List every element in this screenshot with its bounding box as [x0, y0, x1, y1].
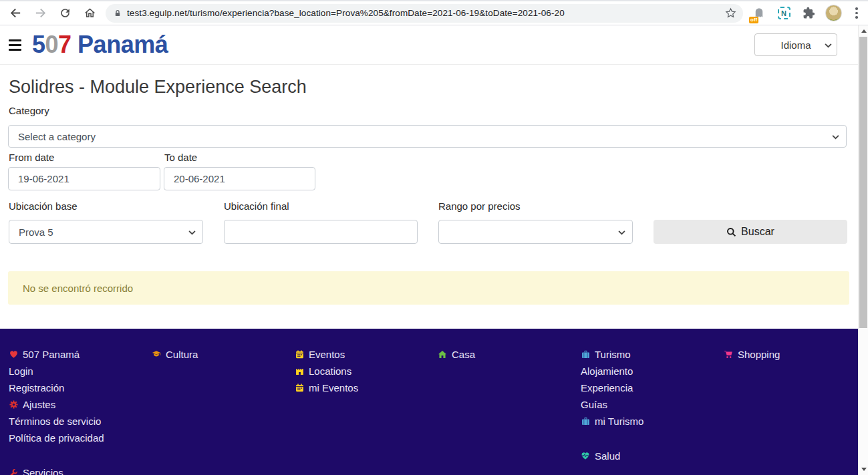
footer-link-locations[interactable]: Locations — [295, 363, 438, 379]
footer-link-label: Cultura — [166, 349, 198, 360]
site-header: 507 Panamá Idioma — [0, 25, 858, 65]
final-location-label: Ubicación final — [224, 200, 289, 212]
home-icon — [438, 350, 447, 359]
footer-link-label: Eventos — [309, 349, 345, 360]
footer-link-politica-de-privacidad[interactable]: Política de privacidad — [9, 430, 152, 446]
footer-column-3: EventosLocationsmi Eventos — [295, 346, 438, 475]
logo-name: Panamá — [78, 31, 168, 58]
search-icon — [726, 227, 736, 237]
footer-link-turismo[interactable]: Turismo — [581, 346, 724, 363]
to-date-value: 20-06-2021 — [174, 173, 225, 184]
adblock-extension-icon[interactable]: off — [751, 5, 767, 21]
footer-link-label: Shopping — [738, 349, 780, 360]
bookmark-star-icon[interactable] — [725, 7, 736, 19]
suitcase-icon — [581, 417, 590, 426]
notes-extension-icon[interactable]: N — [776, 5, 792, 21]
browser-menu-button[interactable] — [851, 7, 863, 19]
from-date-value: 19-06-2021 — [18, 173, 69, 184]
footer-link-label: Experiencia — [581, 382, 633, 393]
footer-link-label: Servicios — [23, 467, 63, 475]
footer-link-cultura[interactable]: Cultura — [152, 346, 295, 363]
footer-link-label: Login — [9, 365, 33, 377]
browser-toolbar: test3.egulp.net/turismo/experiencia?base… — [0, 0, 868, 25]
search-button[interactable]: Buscar — [654, 220, 847, 244]
footer-link-shopping[interactable]: Shopping — [724, 346, 858, 363]
gear-icon — [9, 400, 18, 409]
menu-toggle-button[interactable] — [9, 39, 21, 51]
scrollbar-down-arrow[interactable] — [859, 464, 868, 474]
footer-link-label: Locations — [309, 365, 351, 377]
to-date-input[interactable]: 20-06-2021 — [164, 167, 315, 190]
url-text: test3.egulp.net/turismo/experiencia?base… — [127, 8, 720, 18]
cart-icon — [724, 350, 733, 359]
price-range-label: Rango por precios — [438, 200, 521, 212]
language-select[interactable]: Idioma — [754, 33, 837, 56]
profile-avatar[interactable] — [825, 5, 842, 21]
category-label: Category — [9, 105, 49, 116]
site-logo[interactable]: 507 Panamá — [32, 33, 168, 57]
base-location-label: Ubicación base — [9, 200, 78, 212]
chevron-down-icon — [825, 43, 832, 48]
back-button[interactable] — [7, 5, 24, 22]
suitcase-icon — [581, 350, 590, 359]
footer-link-label: Política de privacidad — [9, 432, 104, 444]
chevron-down-icon — [618, 230, 625, 235]
category-select-value: Select a category — [18, 131, 96, 142]
footer-link-alojamiento[interactable]: Alojamiento — [581, 363, 724, 379]
footer-link-label: Alojamiento — [581, 365, 633, 377]
footer-link-label: Ajustes — [23, 399, 55, 410]
forward-button[interactable] — [31, 5, 49, 22]
scrollbar-thumb[interactable] — [859, 37, 867, 328]
footer-link-eventos[interactable]: Eventos — [295, 346, 438, 363]
chevron-down-icon — [188, 230, 196, 235]
chevron-down-icon — [832, 134, 839, 140]
price-range-select[interactable] — [438, 220, 633, 244]
extensions-area: off N — [751, 5, 863, 21]
scrollbar-up-arrow[interactable] — [859, 26, 868, 36]
footer-link-label: mi Turismo — [595, 416, 643, 427]
footer-column-5: TurismoAlojamientoExperienciaGuíasmi Tur… — [581, 346, 724, 475]
base-location-select[interactable]: Prova 5 — [9, 220, 203, 244]
footer-link-terminos-de-servicio[interactable]: Términos de servicio — [9, 413, 152, 430]
adblock-off-badge: off — [749, 17, 758, 23]
footer-column-1: 507 PanamáLoginRegistraciónAjustesTérmin… — [9, 346, 152, 475]
footer-link-ajustes[interactable]: Ajustes — [9, 396, 152, 413]
language-select-value: Idioma — [780, 39, 811, 51]
footer-link-mi-eventos[interactable]: mi Eventos — [295, 379, 438, 396]
from-date-input[interactable]: 19-06-2021 — [8, 167, 160, 190]
footer-link-label: 507 Panamá — [23, 349, 80, 360]
page-title: Solidres - Module Experience Search — [9, 77, 307, 98]
footer-link-label: Casa — [452, 349, 475, 360]
footer-link-servicios[interactable]: Servicios — [9, 464, 152, 475]
home-button[interactable] — [81, 5, 98, 22]
no-results-alert: No se encontró recorrido — [8, 271, 849, 305]
footer-link-salud[interactable]: Salud — [581, 448, 724, 464]
address-bar[interactable]: test3.egulp.net/turismo/experiencia?base… — [106, 4, 743, 23]
footer-link-507-panama[interactable]: 507 Panamá — [9, 346, 152, 363]
footer-column-4: Casa — [438, 346, 581, 475]
extensions-puzzle-icon[interactable] — [801, 5, 817, 21]
calendar-icon — [295, 350, 304, 359]
tools-icon — [9, 468, 18, 475]
final-location-input[interactable] — [224, 220, 418, 244]
footer-link-casa[interactable]: Casa — [438, 346, 581, 363]
site-footer: 507 PanamáLoginRegistraciónAjustesTérmin… — [0, 329, 858, 475]
footer-link-label: Salud — [595, 450, 620, 462]
footer-column-6: Shopping — [724, 346, 858, 475]
graduation-cap-icon — [152, 350, 161, 359]
castle-icon — [295, 367, 304, 375]
footer-link-label: mi Eventos — [309, 382, 358, 393]
footer-link-mi-turismo[interactable]: mi Turismo — [581, 413, 724, 430]
footer-link-guias[interactable]: Guías — [581, 396, 724, 413]
footer-link-label: Términos de servicio — [9, 416, 101, 427]
reload-button[interactable] — [56, 5, 74, 22]
footer-link-login[interactable]: Login — [9, 363, 152, 379]
page-scrollbar — [858, 25, 868, 475]
footer-link-label: Turismo — [595, 349, 631, 360]
logo-digit-7: 7 — [58, 31, 71, 58]
footer-link-experiencia[interactable]: Experiencia — [581, 379, 724, 396]
footer-link-label: Guías — [581, 399, 607, 410]
footer-link-registracion[interactable]: Registración — [9, 379, 152, 396]
lock-icon — [114, 9, 122, 17]
category-select[interactable]: Select a category — [8, 125, 847, 148]
